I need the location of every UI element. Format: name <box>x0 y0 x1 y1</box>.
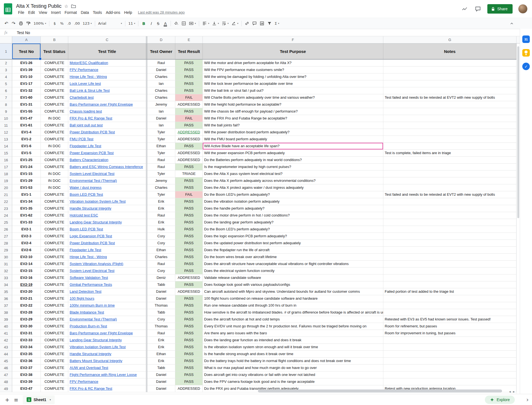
cell-test-result[interactable]: PASS <box>175 358 203 365</box>
cell-test-result[interactable]: TRIAGE <box>175 170 203 177</box>
cell-test-result[interactable]: PASS <box>175 261 203 268</box>
cell-D1[interactable]: Test Owner <box>147 44 175 59</box>
cell-test-owner[interactable]: Erik <box>147 358 175 365</box>
cell-notes[interactable] <box>383 205 516 212</box>
cell-test-no[interactable]: EV2-16 <box>12 274 41 281</box>
cell-test-title-link[interactable]: Water / dust ingress <box>68 184 146 191</box>
cell-test-no[interactable]: EV1-25 <box>12 157 41 164</box>
cell-test-title-link[interactable]: Baro Performance over Flight Envelope <box>68 101 146 108</box>
functions-button[interactable]: Σ▾ <box>273 20 280 27</box>
cell-test-status[interactable]: COMPLETE <box>41 108 68 115</box>
cell-notes[interactable] <box>383 143 516 150</box>
cell-test-title-link[interactable]: Software Validation Test <box>68 274 146 281</box>
row-number[interactable]: 28 <box>0 240 12 247</box>
paint-format-button[interactable] <box>25 20 32 27</box>
cell-test-purpose[interactable]: Does the FPV camera footage look good an… <box>203 378 383 385</box>
cell-notes[interactable] <box>383 378 516 385</box>
cell-test-purpose[interactable]: Does footage look good with various payl… <box>203 281 383 288</box>
cell-test-owner[interactable]: Daniel <box>147 288 175 295</box>
row-number[interactable]: 8 <box>0 101 12 108</box>
cell-test-purpose[interactable]: Do the boom wires break over aircraft li… <box>203 254 383 261</box>
cell-test-result[interactable]: PASS <box>175 108 203 115</box>
cell-test-result[interactable]: PASS <box>175 309 203 316</box>
cell-test-status[interactable]: COMPLETE <box>41 281 68 288</box>
cell-notes[interactable] <box>383 122 516 129</box>
cell-test-purpose[interactable]: Are there any aero issues with the baro <box>203 330 383 337</box>
user-avatar[interactable] <box>518 4 528 14</box>
row-number[interactable]: 48 <box>0 378 12 385</box>
cell-notes[interactable] <box>383 240 516 247</box>
cell-test-owner[interactable]: Ethan <box>147 143 175 150</box>
cell-test-purpose[interactable]: Will the FRX Pro and Futaba Range be acc… <box>203 115 383 122</box>
cell-test-status[interactable]: COMPLETE <box>41 295 68 302</box>
row-number[interactable]: 6 <box>0 87 12 94</box>
format-percent-button[interactable]: % <box>58 20 65 27</box>
vertical-align-button[interactable]: ▾ <box>211 20 220 27</box>
cell-test-owner[interactable]: Cory <box>147 268 175 274</box>
cell-test-result[interactable]: PASS <box>175 198 203 205</box>
cell-test-status[interactable]: COMPLETE <box>41 240 68 247</box>
cell-test-result[interactable]: PASS <box>175 378 203 385</box>
row-number[interactable]: 4 <box>0 73 12 80</box>
scroll-arrows[interactable]: ◂▸ <box>509 389 515 394</box>
cell-test-title-link[interactable]: FRX Pro & RC Range Test <box>68 115 146 122</box>
cell-test-owner[interactable]: Charles <box>147 87 175 94</box>
cell-test-title-link[interactable]: Hinge Life Test - Wiring <box>68 73 146 80</box>
document-title[interactable]: Alta X Testing Public <box>16 3 62 9</box>
cell-test-result[interactable]: PASS <box>175 330 203 337</box>
cell-test-result[interactable]: PASS <box>175 143 203 150</box>
cell-test-status[interactable]: COMPLETE <box>41 101 68 108</box>
row-number[interactable]: 49 <box>0 385 12 392</box>
cell-notes[interactable] <box>383 344 516 351</box>
cell-test-purpose[interactable]: Validate release candidate software <box>203 274 383 281</box>
cell-test-result[interactable]: ADDRESSED <box>175 150 203 157</box>
cell-notes[interactable] <box>383 136 516 143</box>
cell-test-status[interactable]: COMPLETE <box>41 129 68 136</box>
cell-notes[interactable] <box>383 233 516 240</box>
cell-test-no[interactable]: EV1-17 <box>12 80 41 87</box>
cell-A1-selected[interactable]: Test No <box>12 44 41 59</box>
share-button[interactable]: Share <box>487 4 513 14</box>
row-number[interactable]: 19 <box>0 177 12 184</box>
cell-notes[interactable] <box>383 101 516 108</box>
cell-test-status[interactable]: COMPLETE <box>41 60 68 67</box>
cell-test-title-link[interactable]: System Level Electrical Test <box>68 268 146 274</box>
cell-test-status[interactable]: COMPLETE <box>41 212 68 219</box>
column-header-F[interactable]: F <box>203 36 383 43</box>
row-number[interactable]: 43 <box>0 344 12 351</box>
cell-notes[interactable] <box>383 108 516 115</box>
cell-test-purpose[interactable]: 100 flight hours combined on release can… <box>203 295 383 302</box>
cell-test-owner[interactable]: Deniz <box>147 274 175 281</box>
cell-test-result[interactable]: ADDRESSED <box>175 101 203 108</box>
cell-test-owner[interactable]: Hulk <box>147 226 175 233</box>
cell-test-no[interactable]: EV2-20 <box>12 288 41 295</box>
cell-test-no[interactable]: EV1-39 <box>12 67 41 73</box>
cell-test-no[interactable]: EV2-30 <box>12 323 41 330</box>
row-number[interactable]: 37 <box>0 302 12 309</box>
cell-test-owner[interactable]: Charles <box>147 94 175 101</box>
show-side-panel-chevron-icon[interactable]: › <box>526 396 529 403</box>
cell-test-owner[interactable]: Ethan <box>147 351 175 358</box>
cell-notes[interactable] <box>383 157 516 164</box>
cell-notes[interactable] <box>383 371 516 378</box>
cell-test-title-link[interactable]: System Vibration Analysis (Flight) <box>68 261 146 268</box>
cell-test-purpose[interactable]: Does the landing gear function as intend… <box>203 337 383 344</box>
cell-test-purpose[interactable]: Will the chassis be stiff enough for pay… <box>203 108 383 115</box>
cell-test-title-link[interactable]: Hot/cold test ESC <box>68 212 146 219</box>
cell-test-owner[interactable]: Thomas <box>147 302 175 309</box>
cell-test-purpose[interactable]: Will Active Blade have an acceptable lif… <box>203 143 383 150</box>
cell-test-title-link[interactable]: FMU PCB Test <box>68 136 146 143</box>
cell-test-status[interactable]: COMPLETE <box>41 274 68 281</box>
cell-test-status[interactable]: COMPLETE <box>41 157 68 164</box>
cell-test-status[interactable]: COMPLETE <box>41 73 68 80</box>
cell-test-status[interactable]: COMPLETE <box>41 261 68 268</box>
cell-test-purpose[interactable]: Will the ball joints fail? <box>203 122 383 129</box>
column-header-D[interactable]: D <box>147 36 175 43</box>
increase-decimal-button[interactable]: .00 <box>73 20 81 27</box>
all-sheets-button[interactable]: ≡ <box>12 395 21 404</box>
column-header-B[interactable]: B <box>41 36 68 43</box>
cell-test-status[interactable]: IN DOC <box>41 170 68 177</box>
cell-test-title-link[interactable]: Power Distribution PCB Test <box>68 240 146 247</box>
column-header-G[interactable]: G <box>383 36 516 43</box>
italic-button[interactable]: I <box>147 20 154 27</box>
